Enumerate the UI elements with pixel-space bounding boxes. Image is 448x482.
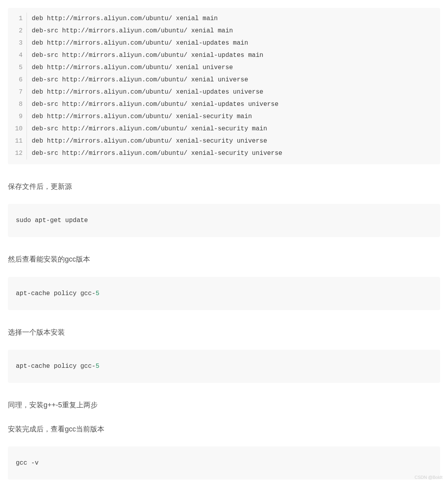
- line-number: 9: [15, 111, 23, 123]
- code-line: deb http://mirrors.aliyun.com/ubuntu/ xe…: [32, 62, 282, 74]
- line-number: 5: [15, 62, 23, 74]
- code-line: apt-cache policy gcc-5: [8, 354, 440, 378]
- command-block-gcc-v: gcc -v: [8, 446, 440, 480]
- line-number: 8: [15, 98, 23, 111]
- code-line: deb http://mirrors.aliyun.com/ubuntu/ xe…: [32, 135, 282, 147]
- line-number: 11: [15, 135, 23, 147]
- command-block-update: sudo apt-get update: [8, 204, 440, 237]
- code-line: deb-src http://mirrors.aliyun.com/ubuntu…: [32, 123, 282, 135]
- code-line: deb http://mirrors.aliyun.com/ubuntu/ xe…: [32, 37, 282, 49]
- line-number: 10: [15, 123, 23, 135]
- code-line: gcc -v: [8, 451, 440, 475]
- code-line: deb-src http://mirrors.aliyun.com/ubuntu…: [32, 98, 282, 111]
- command-block-policy-1: apt-cache policy gcc-5: [8, 277, 440, 310]
- line-number: 1: [15, 13, 23, 25]
- prose-check-version: 安装完成后，查看gcc当前版本: [8, 423, 440, 435]
- code-line: deb http://mirrors.aliyun.com/ubuntu/ xe…: [32, 111, 282, 123]
- line-number: 4: [15, 49, 23, 62]
- line-number-gutter: 1 2 3 4 5 6 7 8 9 10 11 12: [8, 13, 27, 160]
- line-number: 12: [15, 147, 23, 160]
- prose-save-update: 保存文件后，更新源: [8, 180, 440, 193]
- sources-list-code-block: 1 2 3 4 5 6 7 8 9 10 11 12 deb http://mi…: [8, 8, 440, 164]
- code-line: deb http://mirrors.aliyun.com/ubuntu/ xe…: [32, 86, 282, 98]
- code-line: deb http://mirrors.aliyun.com/ubuntu/ xe…: [32, 13, 282, 25]
- line-number: 7: [15, 86, 23, 98]
- prose-view-gcc: 然后查看能安装的gcc版本: [8, 253, 440, 265]
- code-line: deb-src http://mirrors.aliyun.com/ubuntu…: [32, 25, 282, 37]
- line-number: 2: [15, 25, 23, 37]
- code-line: deb-src http://mirrors.aliyun.com/ubuntu…: [32, 49, 282, 62]
- code-content: deb http://mirrors.aliyun.com/ubuntu/ xe…: [27, 13, 282, 160]
- prose-choose-install: 选择一个版本安装: [8, 326, 440, 339]
- code-line: apt-cache policy gcc-5: [8, 282, 440, 305]
- line-number: 3: [15, 37, 23, 49]
- code-line: deb-src http://mirrors.aliyun.com/ubuntu…: [32, 74, 282, 86]
- watermark: CSDN @Boldt: [415, 475, 442, 480]
- prose-gpp-repeat: 同理，安装g++-5重复上两步: [8, 399, 440, 411]
- code-line: sudo apt-get update: [8, 209, 440, 232]
- command-block-policy-2: apt-cache policy gcc-5: [8, 350, 440, 383]
- line-number: 6: [15, 74, 23, 86]
- code-line: deb-src http://mirrors.aliyun.com/ubuntu…: [32, 147, 282, 160]
